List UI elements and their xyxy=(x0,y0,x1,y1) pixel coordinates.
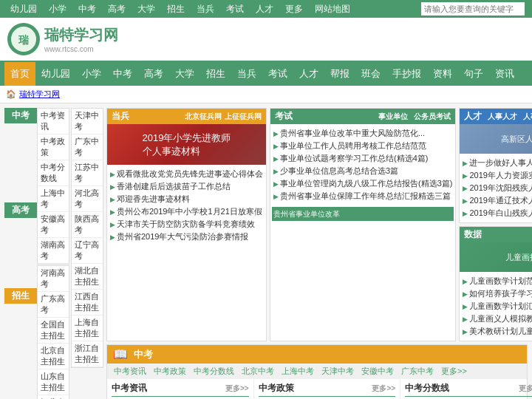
mainnav-rencai[interactable]: 人才 xyxy=(293,62,324,86)
mainnav-youer[interactable]: 幼儿园 xyxy=(35,62,76,86)
zhongkao-bottom-content: 中考资讯 更多>> 2019年土木水习报考 2021-06-18 2019年精选… xyxy=(107,379,527,399)
sidebar-link[interactable]: 河南高考 xyxy=(38,266,69,292)
zhongkao-bottom-header: 📖 中考 xyxy=(107,345,527,364)
mainnav-daxue[interactable]: 大学 xyxy=(169,62,200,86)
search-input[interactable] xyxy=(421,2,525,16)
mainnav-zhaosheng[interactable]: 招生 xyxy=(200,62,231,86)
topnav-zhaosheng[interactable]: 招生 xyxy=(164,3,188,16)
topnav-xiaoxue[interactable]: 小学 xyxy=(46,3,69,16)
beijing-tab2[interactable]: 上征征兵网 xyxy=(225,112,262,122)
exam-link[interactable]: 事业单位工作人员聘用考核工作总结范范 xyxy=(273,140,452,152)
data-label: 数据 xyxy=(464,228,482,241)
mainnav-juzi[interactable]: 句子 xyxy=(458,62,489,86)
sidebar-link[interactable]: 中考政策 xyxy=(38,134,69,160)
talent-subtab2[interactable]: 人事职位 xyxy=(523,112,532,122)
top-nav: 幼儿园 小学 中考 高考 大学 招生 当兵 考试 人才 更多 网站地图 xyxy=(0,0,532,18)
mainnav-xiaoxue[interactable]: 小学 xyxy=(76,62,107,86)
sidebar-link[interactable]: 湖南高考 xyxy=(38,238,69,264)
topnav-gaokao[interactable]: 高考 xyxy=(105,3,129,16)
talent-link[interactable]: 2019年白山残疾人优惠政策 xyxy=(463,207,532,219)
sidebar-link[interactable]: 浙江自主招生 xyxy=(72,341,103,367)
mainnav-kaoshi[interactable]: 考试 xyxy=(262,62,293,86)
zhongkao-tab-anhui[interactable]: 安徽中考 xyxy=(359,365,396,378)
sidebar-link[interactable]: 陕西高考 xyxy=(72,212,103,238)
topnav-more[interactable]: 更多 xyxy=(282,3,306,16)
talent-link[interactable]: 2019年人力资源实习报告 xyxy=(463,169,532,182)
beijing-tab1[interactable]: 北京征兵网 xyxy=(185,112,222,122)
soldier-image: 2019年小学先进教师个人事迹材料 xyxy=(107,124,266,165)
soldier-link[interactable]: 香港创建后后选拔苗子工作总结 xyxy=(110,180,263,193)
soldier-link[interactable]: 邓迎香先进事迹材料 xyxy=(110,193,263,205)
sidebar-link[interactable]: 中考分数线 xyxy=(38,160,69,186)
soldier-link[interactable]: 贵州公布2019年中小学校1月21日放寒假 xyxy=(110,205,263,218)
sidebar-link[interactable]: 中考资讯 xyxy=(38,109,69,134)
data-link[interactable]: 儿童画数学计划汇编(精选4篇) xyxy=(463,300,532,313)
topnav-kaoshi[interactable]: 考试 xyxy=(223,3,247,16)
zhongkao-tab-guangdong[interactable]: 广东中考 xyxy=(399,365,436,378)
mainnav-bangbao[interactable]: 帮报 xyxy=(324,62,355,86)
middle-content: 当兵 北京征兵网 上征征兵网 2019年小学先进教师个人事迹材料 观看微批改党党… xyxy=(106,108,528,399)
topnav-youer[interactable]: 幼儿园 xyxy=(7,3,40,16)
mainnav-shouchaobao[interactable]: 手抄报 xyxy=(386,62,427,86)
exam-link[interactable]: 贵州省事业单位改革中重大风险防范化... xyxy=(273,127,452,140)
data-link[interactable]: 如何培养孩子学习计划汇编(精选4篇) xyxy=(463,287,532,300)
zhongkao-fenshuxian-more[interactable]: 更多>> xyxy=(519,383,532,394)
zhongkao-zixun-more[interactable]: 更多>> xyxy=(225,383,249,394)
mainnav-home[interactable]: 首页 xyxy=(4,62,35,86)
sidebar-link[interactable]: 天津中考 xyxy=(72,109,103,134)
topnav-sitemap[interactable]: 网站地图 xyxy=(312,3,353,16)
exam-link[interactable]: 事业单位管理岗九级八级工作总结报告(精选3篇) xyxy=(273,177,452,190)
mainnav-gaokao[interactable]: 高考 xyxy=(138,62,169,86)
sidebar-link[interactable]: 安徽高考 xyxy=(38,212,69,238)
zhongkao-tab-zhengce[interactable]: 中考政策 xyxy=(151,365,188,378)
talent-link[interactable]: 2019年通辽技术人代表政策 xyxy=(463,194,532,207)
sidebar-link[interactable]: 上海自主招生 xyxy=(72,316,103,341)
home-icon: 🏠 xyxy=(6,89,16,99)
soldier-link[interactable]: 观看微批改党党员先锋先进事迹心得体会 xyxy=(110,168,263,180)
topnav-daxue[interactable]: 大学 xyxy=(134,3,158,16)
zhongkao-tab-beijing[interactable]: 北京中考 xyxy=(239,365,276,378)
sidebar-link[interactable]: 广东中考 xyxy=(72,134,103,160)
topnav-zhongkao[interactable]: 中考 xyxy=(75,3,99,16)
sidebar-link[interactable]: 广东高考 xyxy=(38,292,69,318)
sidebar-link[interactable]: 江西自主招生 xyxy=(72,290,103,316)
zhongkao-tab-zixun[interactable]: 中考资讯 xyxy=(112,365,149,378)
talent-subtab1[interactable]: 人事人才 xyxy=(488,112,517,122)
sidebar-link[interactable]: 全国自主招生 xyxy=(38,318,69,344)
sidebar-link[interactable]: 北京自主招生 xyxy=(38,344,69,369)
data-link[interactable]: 美术教研计划儿童画集合11篇 xyxy=(463,325,532,338)
exam-tab1[interactable]: 事业单位 xyxy=(378,112,408,122)
exam-link[interactable]: 少事业单位信息高考总结合选3篇 xyxy=(273,165,452,177)
zhongkao-zhengce-col: 中考政策 更多>> 北京市中考考试管公布精选三篇 2023-11-16 天津近届… xyxy=(254,379,401,399)
topnav-rencai[interactable]: 人才 xyxy=(253,3,276,16)
talent-link[interactable]: 2019年沈阳残疾人优惠政策 xyxy=(463,182,532,194)
sidebar-link[interactable]: 河北高考 xyxy=(72,186,103,212)
soldier-link[interactable]: 贵州省2019年大气污染防治参赛情报 xyxy=(110,231,263,243)
data-link[interactable]: 儿童画义人模拟教学计划汇编第七篇 xyxy=(463,313,532,325)
exam-link[interactable]: 贵州省事业单位保障工作年终总结汇报精选三篇 xyxy=(273,190,452,202)
zhongkao-tab-fenshuxian[interactable]: 中考分数线 xyxy=(191,365,236,378)
zhongkao-zhengce-more[interactable]: 更多>> xyxy=(372,383,395,394)
sidebar-link[interactable]: 河北自主招生 xyxy=(38,395,69,399)
exam-tab2[interactable]: 公务员考试 xyxy=(414,112,451,122)
zhongkao-tab-tianjin[interactable]: 天津中考 xyxy=(319,365,356,378)
topnav-danbing[interactable]: 当兵 xyxy=(194,3,217,16)
sidebar-link[interactable]: 江苏中考 xyxy=(72,160,103,186)
mainnav-danbing[interactable]: 当兵 xyxy=(231,62,262,86)
soldier-link[interactable]: 天津市关于防空防灾防备学科竞赛绩效 xyxy=(110,218,263,231)
zhongkao-tab-more[interactable]: 更多>> xyxy=(439,365,469,378)
mainnav-zhongkao[interactable]: 中考 xyxy=(107,62,138,86)
talent-link[interactable]: 进一步做好人事人才工作范范文汇编3篇 xyxy=(463,157,532,169)
zhongkao-zixun-header: 中考资讯 更多>> xyxy=(112,382,249,397)
zhongkao-tab-shanghai[interactable]: 上海中考 xyxy=(279,365,316,378)
sidebar-link[interactable]: 上海中考 xyxy=(38,186,69,212)
sidebar-link[interactable]: 湖北自主招生 xyxy=(72,264,103,290)
sidebar-link[interactable]: 辽宁高考 xyxy=(72,238,103,264)
mainnav-zixun[interactable]: 资讯 xyxy=(489,62,520,86)
sidebar-link[interactable]: 山东自主招生 xyxy=(38,369,69,395)
mainnav-banhui[interactable]: 班会 xyxy=(355,62,386,86)
breadcrumb-home[interactable]: 瑞特学习网 xyxy=(19,89,60,100)
exam-link[interactable]: 事业单位试题考察学习工作总结(精选4篇) xyxy=(273,152,452,165)
data-link[interactable]: 儿童画数学计划范文汇总十一篇 xyxy=(463,275,532,287)
mainnav-ziliao[interactable]: 资料 xyxy=(427,62,458,86)
